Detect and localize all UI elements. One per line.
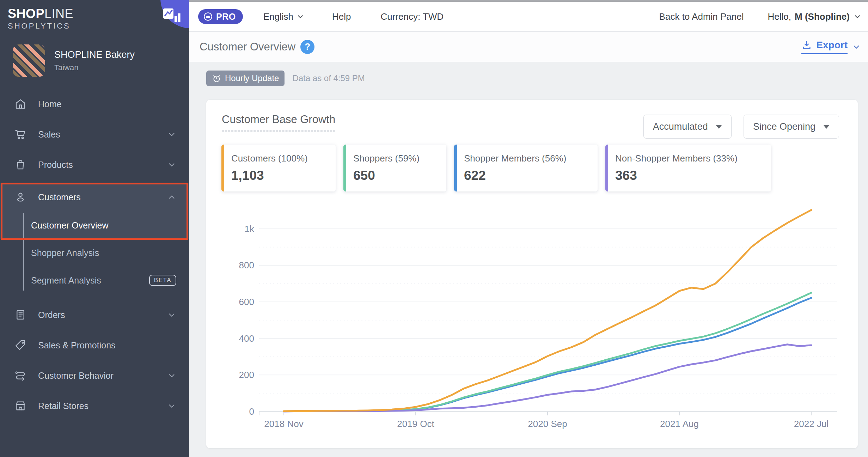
chevron-down-icon	[854, 13, 861, 20]
chevron-down-icon	[852, 43, 860, 51]
greeting-label: Hello,	[768, 11, 791, 22]
shopping-bag-icon	[14, 158, 27, 171]
stat-card-customers[interactable]: Customers (100%) 1,103	[221, 145, 336, 191]
currency-label: Currency: TWD	[380, 11, 444, 22]
caret-down-icon	[823, 125, 830, 129]
sidebar-item-label: Orders	[38, 310, 65, 320]
sidebar-item-label: Customers	[38, 192, 81, 202]
page-title: Customer Overview	[200, 41, 295, 53]
back-to-admin-link[interactable]: Back to Admin Panel	[659, 11, 744, 22]
sidebar-item-retail-stores[interactable]: Retail Stores	[0, 391, 189, 421]
hourly-update-label: Hourly Update	[225, 73, 279, 83]
sidebar-item-label: Sales	[38, 129, 60, 140]
subitem-label: Shopper Analysis	[31, 248, 99, 258]
home-icon	[14, 98, 27, 110]
user-menu[interactable]: Hello, M (Shopline)	[768, 11, 861, 22]
user-name: M (Shopline)	[795, 11, 850, 22]
store-region: Taiwan	[54, 63, 135, 72]
stat-card-non-shopper-members[interactable]: Non-Shopper Members (33%) 363	[605, 145, 771, 191]
svg-text:600: 600	[239, 297, 254, 307]
crown-circle-icon	[203, 12, 213, 22]
caret-down-icon	[716, 125, 722, 129]
chevron-down-icon	[167, 310, 176, 319]
currency-indicator[interactable]: Currency: TWD	[380, 11, 444, 22]
svg-text:2019 Oct: 2019 Oct	[397, 419, 434, 429]
store-switcher[interactable]: SHOPLINE Bakery Taiwan	[13, 44, 135, 77]
chevron-down-icon	[167, 401, 176, 410]
stat-value: 363	[615, 168, 759, 183]
stat-label: Shoppers (59%)	[353, 153, 434, 164]
storefront-icon	[14, 400, 27, 412]
stat-color-bar	[343, 145, 346, 191]
window-top-strip	[189, 0, 868, 2]
logo-sub: SHOPLYTICS	[8, 22, 189, 30]
flow-path-icon	[14, 369, 27, 382]
cart-icon	[14, 128, 27, 141]
help-link[interactable]: Help	[332, 11, 351, 22]
stat-value: 622	[464, 168, 586, 183]
svg-text:400: 400	[239, 333, 254, 344]
stat-label: Shopper Members (56%)	[464, 153, 586, 164]
analytics-chart-icon	[163, 7, 181, 23]
help-label: Help	[332, 11, 351, 22]
metric-dropdown[interactable]: Accumulated	[643, 115, 732, 139]
app-window: SHOPLINE SHOPLYTICS SHOPLINE Bakery Taiw…	[0, 0, 868, 457]
svg-text:2022 Jul: 2022 Jul	[794, 419, 829, 429]
person-icon	[14, 191, 27, 203]
range-dropdown[interactable]: Since Opening	[744, 115, 839, 139]
sidebar-item-orders[interactable]: Orders	[0, 300, 189, 330]
svg-text:2021 Aug: 2021 Aug	[660, 419, 699, 429]
help-question-icon[interactable]: ?	[300, 40, 314, 54]
growth-chart: 02004006008001k2018 Nov2019 Oct2020 Sep2…	[224, 205, 843, 437]
sidebar-item-shopper-analysis[interactable]: Shopper Analysis	[0, 239, 189, 267]
subitem-label: Segment Analysis	[31, 275, 101, 286]
panel-title[interactable]: Customer Base Growth	[222, 113, 335, 132]
sidebar-item-customer-overview[interactable]: Customer Overview	[0, 212, 189, 239]
topbar: PRO English Help Currency: TWD Back to A…	[189, 2, 868, 32]
stat-label: Non-Shopper Members (33%)	[615, 153, 759, 164]
customer-base-growth-panel: Customer Base Growth Accumulated Since O…	[206, 100, 858, 448]
sidebar-item-label: Retail Stores	[38, 401, 88, 411]
svg-text:2018 Nov: 2018 Nov	[264, 419, 303, 429]
customers-submenu: Customer Overview Shopper Analysis Segme…	[0, 212, 189, 294]
sidebar-group-customers: Customers Customer Overview Shopper Anal…	[0, 183, 189, 294]
shoplytics-logo: SHOPLINE SHOPLYTICS	[0, 0, 189, 30]
sidebar-item-label: Customer Behavior	[38, 371, 114, 381]
logo-shop: SHOP	[8, 6, 44, 21]
svg-text:0: 0	[249, 406, 254, 417]
sidebar-item-products[interactable]: Products	[0, 150, 189, 180]
stat-value: 1,103	[231, 168, 324, 183]
svg-text:200: 200	[239, 370, 254, 380]
range-dropdown-value: Since Opening	[753, 121, 815, 132]
alarm-clock-icon	[212, 74, 221, 83]
price-tag-icon	[14, 339, 27, 352]
sidebar: SHOPLINE SHOPLYTICS SHOPLINE Bakery Taiw…	[0, 0, 189, 457]
hourly-update-badge: Hourly Update	[206, 71, 285, 86]
store-name: SHOPLINE Bakery	[54, 49, 135, 60]
growth-chart-area[interactable]: 02004006008001k2018 Nov2019 Oct2020 Sep2…	[224, 205, 843, 437]
svg-text:2020 Sep: 2020 Sep	[528, 419, 567, 429]
chevron-down-icon	[167, 130, 176, 139]
sidebar-item-label: Home	[38, 99, 62, 109]
stat-card-shoppers[interactable]: Shoppers (59%) 650	[343, 145, 446, 191]
stat-color-bar	[605, 145, 608, 191]
sidebar-item-home[interactable]: Home	[0, 89, 189, 119]
sidebar-item-segment-analysis[interactable]: Segment Analysis BETA	[0, 267, 189, 294]
store-avatar	[13, 44, 45, 77]
sidebar-item-sales-promotions[interactable]: Sales & Promotions	[0, 330, 189, 360]
back-label: Back to Admin Panel	[659, 11, 744, 22]
chart-controls: Accumulated Since Opening	[643, 115, 839, 139]
svg-text:800: 800	[239, 260, 254, 270]
sidebar-nav: Home Sales Products Customers	[0, 89, 189, 421]
stat-value: 650	[353, 168, 434, 183]
svg-text:1k: 1k	[245, 224, 255, 234]
export-button[interactable]: Export	[801, 39, 860, 54]
sidebar-item-customers[interactable]: Customers	[0, 183, 189, 212]
chevron-down-icon	[167, 160, 176, 169]
sidebar-item-customer-behavior[interactable]: Customer Behavior	[0, 360, 189, 391]
language-selector[interactable]: English	[263, 11, 304, 22]
sidebar-item-sales[interactable]: Sales	[0, 119, 189, 150]
pro-badge[interactable]: PRO	[198, 9, 243, 24]
stat-card-shopper-members[interactable]: Shopper Members (56%) 622	[454, 145, 598, 191]
page-header: Customer Overview ? Export	[189, 32, 868, 62]
